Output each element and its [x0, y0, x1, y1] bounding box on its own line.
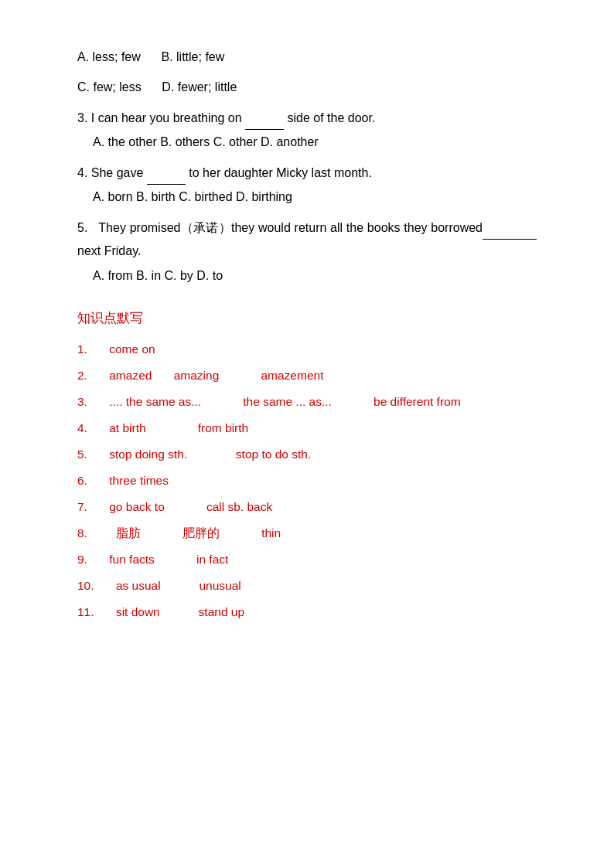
q5-part1: They promised（承诺）they would return all t…	[98, 221, 483, 234]
q3-before: I can hear you breathing on	[91, 111, 242, 124]
q4-blank	[147, 184, 186, 185]
question-5: 5. They promised（承诺）they would return al…	[77, 216, 537, 288]
ki-9-col1: fun facts	[109, 553, 155, 566]
ki-9-col2: in fact	[196, 553, 228, 566]
ki-7-col1: go back to	[109, 500, 165, 513]
ki-4-col2: from birth	[198, 421, 248, 434]
options-row-2: C. few; less D. fewer; little	[77, 77, 537, 99]
ki-5-num: 5.	[77, 448, 87, 461]
ki-10-col1: as usual	[116, 579, 161, 592]
question-5-text: 5. They promised（承诺）they would return al…	[77, 216, 537, 264]
q3-blank	[245, 129, 284, 130]
knowledge-item-1: 1. come on	[77, 336, 537, 363]
knowledge-item-7: 7. go back to call sb. back	[77, 494, 537, 520]
ki-8-num: 8.	[77, 526, 87, 540]
q5-number: 5.	[77, 221, 87, 234]
ki-3-col2: the same ... as...	[243, 395, 332, 408]
q4-number: 4.	[77, 166, 87, 179]
q4-options: A. born B. birth C. birthed D. birthing	[93, 186, 537, 209]
ki-6-num: 6.	[77, 474, 87, 487]
option-d-1: D. fewer; little	[162, 80, 237, 94]
q3-options: A. the other B. others C. other D. anoth…	[93, 131, 537, 154]
ki-3-col1: .... the same as...	[109, 395, 201, 408]
q4-after: to her daughter Micky last month.	[189, 166, 372, 179]
knowledge-list: 1. come on 2. amazed amazing amazement 3…	[77, 336, 537, 626]
ki-2-col2: amazing	[174, 369, 220, 382]
ki-10-col2: unusual	[199, 579, 240, 592]
knowledge-item-6: 6. three times	[77, 468, 537, 494]
knowledge-item-3: 3. .... the same as... the same ... as..…	[77, 389, 537, 415]
ki-11-col1: sit down	[116, 605, 160, 618]
ki-4-col1: at birth	[109, 421, 145, 434]
ki-2-num: 2.	[77, 369, 87, 382]
ki-5-col1: stop doing sth.	[109, 448, 187, 461]
ki-10-num: 10.	[77, 579, 94, 592]
ki-11-col2: stand up	[199, 605, 244, 618]
ki-2-col1: amazed	[109, 369, 152, 382]
ki-3-col3: be different from	[374, 395, 461, 408]
section-title: 知识点默写	[77, 309, 537, 327]
ki-5-col2: stop to do sth.	[236, 448, 311, 461]
ki-7-num: 7.	[77, 500, 87, 513]
knowledge-item-4: 4. at birth from birth	[77, 415, 537, 441]
ki-3-num: 3.	[77, 395, 87, 408]
option-c-1: C. few; less	[77, 80, 142, 94]
ki-8-col2: 肥胖的	[182, 526, 220, 540]
q3-after: side of the door.	[288, 111, 376, 124]
ki-6-content: three times	[109, 474, 169, 487]
q5-part2: next Friday.	[77, 244, 141, 257]
knowledge-item-5: 5. stop doing sth. stop to do sth.	[77, 441, 537, 468]
option-a-1: A. less; few	[77, 50, 141, 63]
question-3-text: 3. I can hear you breathing on side of t…	[77, 107, 537, 130]
ki-8-col1: 脂肪	[116, 526, 141, 540]
question-4-text: 4. She gave to her daughter Micky last m…	[77, 162, 537, 185]
options-row-1: A. less; few B. little; few	[77, 46, 537, 69]
q3-number: 3.	[77, 111, 87, 124]
ki-4-num: 4.	[77, 421, 87, 434]
ki-1-num: 1.	[77, 342, 87, 356]
ki-9-num: 9.	[77, 553, 87, 566]
q4-before: She gave	[91, 166, 144, 179]
ki-7-col2: call sb. back	[206, 500, 272, 513]
ki-8-col3: thin	[261, 526, 281, 540]
knowledge-item-9: 9. fun facts in fact	[77, 546, 537, 573]
q5-blank	[483, 239, 537, 240]
question-3: 3. I can hear you breathing on side of t…	[77, 107, 537, 154]
question-4: 4. She gave to her daughter Micky last m…	[77, 162, 537, 209]
ki-11-num: 11.	[77, 605, 94, 618]
ki-2-col3: amazement	[261, 369, 323, 382]
knowledge-item-10: 10. as usual unusual	[77, 573, 537, 599]
ki-1-content: come on	[109, 342, 155, 356]
q5-options: A. from B. in C. by D. to	[93, 265, 537, 288]
knowledge-item-2: 2. amazed amazing amazement	[77, 363, 537, 389]
knowledge-item-8: 8. 脂肪 肥胖的 thin	[77, 520, 537, 546]
option-b-1: B. little; few	[161, 50, 224, 63]
knowledge-item-11: 11. sit down stand up	[77, 599, 537, 625]
